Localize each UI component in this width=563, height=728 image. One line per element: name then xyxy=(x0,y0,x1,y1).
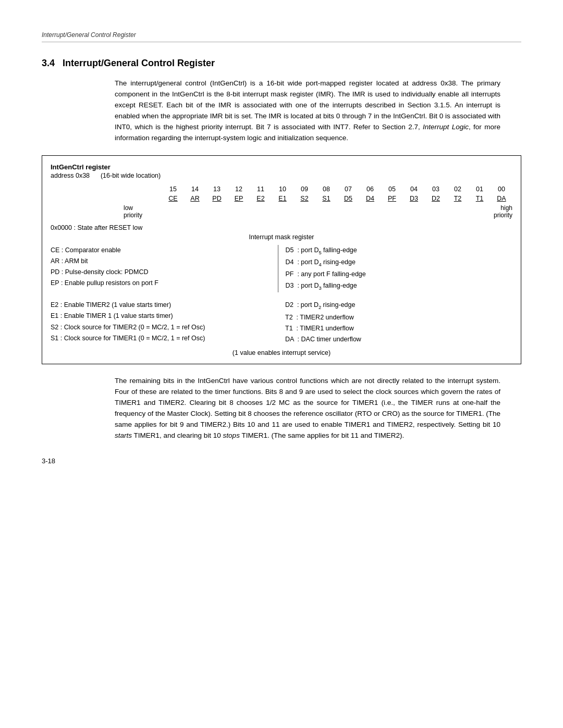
bit-13: 13 xyxy=(206,186,228,193)
bit-names-row: CE AR PD EP E2 E1 S2 S1 D5 D4 PF D3 D2 T… xyxy=(124,195,512,202)
desc-D4: D4 : port D4 rising-edge xyxy=(286,257,513,269)
desc-S1: S1 : Clock source for TIMER1 (0 = MC/2, … xyxy=(51,333,278,344)
bitname-D3: D3 xyxy=(403,195,425,202)
desc-DA: DA : DAC timer underflow xyxy=(285,334,512,345)
bitname-S1: S1 xyxy=(315,195,337,202)
register-address: address 0x38 (16-bit wide location) xyxy=(51,172,512,179)
section-heading: Interrupt/General Control Register xyxy=(63,58,215,68)
priority-low-label: lowpriority xyxy=(124,204,255,219)
bitname-S2: S2 xyxy=(293,195,315,202)
header-label: Interrupt/General Control Register xyxy=(42,31,136,39)
page-header: Interrupt/General Control Register xyxy=(42,31,521,42)
desc-left-2: E2 : Enable TIMER2 (1 value starts timer… xyxy=(51,300,278,345)
body-paragraph-1: The interrupt/general control (IntGenCtr… xyxy=(115,78,500,144)
bit-numbers-row: 15 14 13 12 11 10 09 08 07 06 05 04 03 0… xyxy=(124,186,512,193)
desc-EP: EP : Enable pullup resistors on port F xyxy=(51,278,278,289)
desc-AR: AR : ARM bit xyxy=(51,256,278,267)
register-box: IntGenCtrl register address 0x38 (16-bit… xyxy=(42,155,521,365)
bitname-D4: D4 xyxy=(359,195,381,202)
bit-06: 06 xyxy=(359,186,381,193)
desc-D5: D5 : port D5 falling-edge xyxy=(286,245,513,257)
desc-E1: E1 : Enable TIMER 1 (1 value starts time… xyxy=(51,311,278,322)
desc-T2: T2 : TIMER2 underflow xyxy=(285,312,512,323)
bit-10: 10 xyxy=(272,186,293,193)
desc-D2: D2 : port D2 rising-edge xyxy=(285,300,512,312)
bit-14: 14 xyxy=(184,186,206,193)
page-number: 3-18 xyxy=(42,457,55,465)
desc-S2: S2 : Clock source for TIMER2 (0 = MC/2, … xyxy=(51,322,278,333)
desc-D3: D3 : port D3 falling-edge xyxy=(286,280,513,292)
desc-right-2: D2 : port D2 rising-edge T2 : TIMER2 und… xyxy=(278,300,512,345)
bit-08: 08 xyxy=(315,186,337,193)
bitname-DA: DA xyxy=(491,195,512,202)
desc-T1: T1 : TIMER1 underflow xyxy=(285,323,512,334)
bitname-CE: CE xyxy=(162,195,184,202)
interrupt-service-label: (1 value enables interrupt service) xyxy=(51,349,512,356)
page-footer: 3-18 xyxy=(42,457,521,465)
bit-00: 00 xyxy=(491,186,512,193)
bitname-E2: E2 xyxy=(250,195,272,202)
bitname-T2: T2 xyxy=(447,195,469,202)
body-paragraph-2: The remaining bits in the IntGenCtrl hav… xyxy=(115,376,500,441)
bitname-T1: T1 xyxy=(469,195,491,202)
desc-CE: CE : Comparator enable xyxy=(51,245,278,256)
bitname-D5: D5 xyxy=(337,195,359,202)
bit-11: 11 xyxy=(250,186,272,193)
bitname-PF: PF xyxy=(381,195,403,202)
desc-left-1: CE : Comparator enable AR : ARM bit PD :… xyxy=(51,245,278,293)
bitname-EP: EP xyxy=(228,195,250,202)
bitname-AR: AR xyxy=(184,195,206,202)
bit-07: 07 xyxy=(337,186,359,193)
interrupt-mask-label: Interrupt mask register xyxy=(51,233,512,241)
priority-high-label: highpriority xyxy=(255,204,512,219)
bit-01: 01 xyxy=(469,186,491,193)
bit-05: 05 xyxy=(381,186,403,193)
bit-04: 04 xyxy=(403,186,425,193)
para1-text: The interrupt/general control (IntGenCtr… xyxy=(115,79,500,142)
bit-09: 09 xyxy=(293,186,315,193)
desc-PF: PF : any port F falling-edge xyxy=(286,269,513,280)
bitname-PD: PD xyxy=(206,195,228,202)
desc-section-1: CE : Comparator enable AR : ARM bit PD :… xyxy=(51,245,512,293)
priority-row: lowpriority highpriority xyxy=(124,204,512,219)
register-title: IntGenCtrl register xyxy=(51,163,512,171)
desc-E2: E2 : Enable TIMER2 (1 value starts timer… xyxy=(51,300,278,311)
bitname-D2: D2 xyxy=(425,195,447,202)
section-number: 3.4 xyxy=(42,58,55,68)
desc-right-1: D5 : port D5 falling-edge D4 : port D4 r… xyxy=(278,245,513,293)
desc-PD: PD : Pulse-density clock: PDMCD xyxy=(51,267,278,278)
bit-15: 15 xyxy=(162,186,184,193)
para2-text: The remaining bits in the IntGenCtrl hav… xyxy=(115,377,500,439)
bit-03: 03 xyxy=(425,186,447,193)
bit-02: 02 xyxy=(447,186,469,193)
section-title: 3.4 Interrupt/General Control Register xyxy=(42,58,521,69)
desc-section-2: E2 : Enable TIMER2 (1 value starts timer… xyxy=(51,300,512,345)
bit-12: 12 xyxy=(228,186,250,193)
bitname-E1: E1 xyxy=(272,195,293,202)
reset-state: 0x0000 : State after RESET low xyxy=(51,224,512,231)
